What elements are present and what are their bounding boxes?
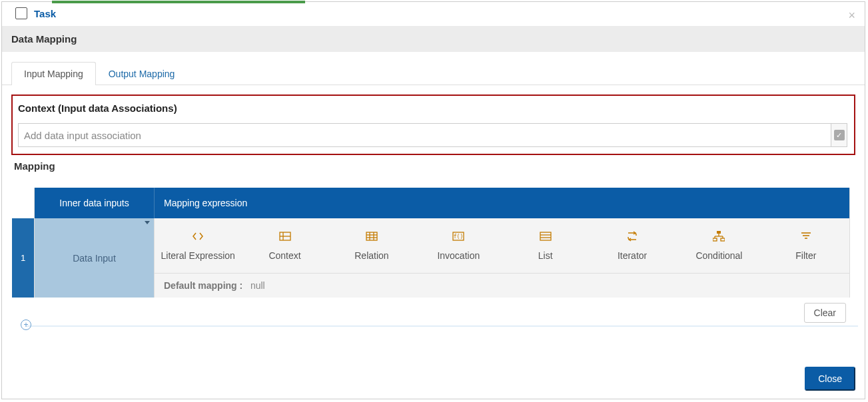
- action-row: Clear: [11, 298, 855, 323]
- default-mapping-value: null: [250, 280, 265, 291]
- tabs: Input Mapping Output Mapping: [2, 52, 865, 85]
- svg-rect-13: [717, 231, 721, 234]
- dialog-header: Task ×: [2, 2, 865, 26]
- expression-options: Literal Expression Context: [155, 218, 849, 274]
- option-iterator[interactable]: Iterator: [589, 230, 675, 261]
- context-label: Context (Input data Associations): [18, 102, 847, 114]
- svg-rect-3: [366, 232, 377, 240]
- code-icon: [192, 230, 204, 242]
- check-icon: ✓: [834, 130, 845, 140]
- col-inner-data-inputs: Inner data inputs: [35, 188, 155, 218]
- default-mapping-row: Default mapping : null: [155, 274, 849, 298]
- tab-content: Context (Input data Associations) ✓ Mapp…: [2, 85, 865, 360]
- section-title: Data Mapping: [2, 26, 865, 52]
- option-context[interactable]: Context: [241, 230, 328, 261]
- option-label: Invocation: [437, 250, 480, 261]
- row-number[interactable]: 1: [12, 218, 35, 298]
- option-label: Iterator: [618, 250, 647, 261]
- col-mapping-expression: Mapping expression: [155, 188, 849, 218]
- mapping-table-header: Inner data inputs Mapping expression: [35, 188, 849, 218]
- option-label: Conditional: [695, 250, 742, 261]
- data-input-label: Data Input: [73, 253, 116, 264]
- relation-icon: [366, 230, 378, 242]
- option-literal-expression[interactable]: Literal Expression: [155, 230, 241, 261]
- svg-rect-19: [721, 238, 725, 241]
- filter-icon: [800, 230, 812, 242]
- association-input-row: ✓: [18, 123, 847, 147]
- context-section: Context (Input data Associations) ✓: [11, 95, 855, 155]
- close-icon[interactable]: ×: [848, 9, 855, 23]
- option-label: Literal Expression: [161, 250, 235, 261]
- default-mapping-label: Default mapping :: [164, 280, 242, 291]
- option-relation[interactable]: Relation: [328, 230, 415, 261]
- task-dialog: Task × Data Mapping Input Mapping Output…: [1, 1, 865, 399]
- clear-button[interactable]: Clear: [804, 303, 846, 323]
- tab-output-mapping[interactable]: Output Mapping: [96, 62, 188, 85]
- mapping-label: Mapping: [14, 160, 855, 172]
- option-label: Filter: [795, 250, 816, 261]
- add-row-button[interactable]: +: [21, 319, 31, 330]
- close-button[interactable]: Close: [805, 367, 855, 391]
- invocation-icon: f(): [452, 230, 464, 242]
- iterator-icon: [626, 230, 638, 242]
- conditional-icon: [713, 230, 725, 242]
- association-confirm-button[interactable]: ✓: [831, 123, 847, 147]
- list-icon: [540, 230, 552, 242]
- option-invocation[interactable]: f() Invocation: [415, 230, 502, 261]
- dialog-footer: Close: [2, 360, 865, 399]
- task-checkbox[interactable]: [15, 7, 27, 19]
- svg-rect-10: [540, 232, 551, 240]
- tab-input-mapping[interactable]: Input Mapping: [11, 62, 96, 85]
- association-input[interactable]: [18, 123, 831, 147]
- option-filter[interactable]: Filter: [763, 230, 849, 261]
- context-icon: [279, 230, 291, 242]
- mapping-row: 1 Data Input Literal Expression: [35, 218, 849, 298]
- svg-text:f(): f(): [454, 234, 463, 240]
- option-label: Relation: [354, 250, 388, 261]
- task-title: Task: [34, 8, 56, 19]
- row-baseline: [25, 325, 858, 327]
- chevron-down-icon: [145, 221, 150, 224]
- option-label: Context: [268, 250, 300, 261]
- svg-rect-18: [713, 238, 717, 241]
- mapping-table: Inner data inputs Mapping expression 1 D…: [34, 188, 850, 298]
- option-conditional[interactable]: Conditional: [675, 230, 762, 261]
- option-list[interactable]: List: [502, 230, 589, 261]
- data-input-cell[interactable]: Data Input: [35, 218, 155, 298]
- expression-cell: Literal Expression Context: [155, 218, 849, 298]
- option-label: List: [538, 250, 553, 261]
